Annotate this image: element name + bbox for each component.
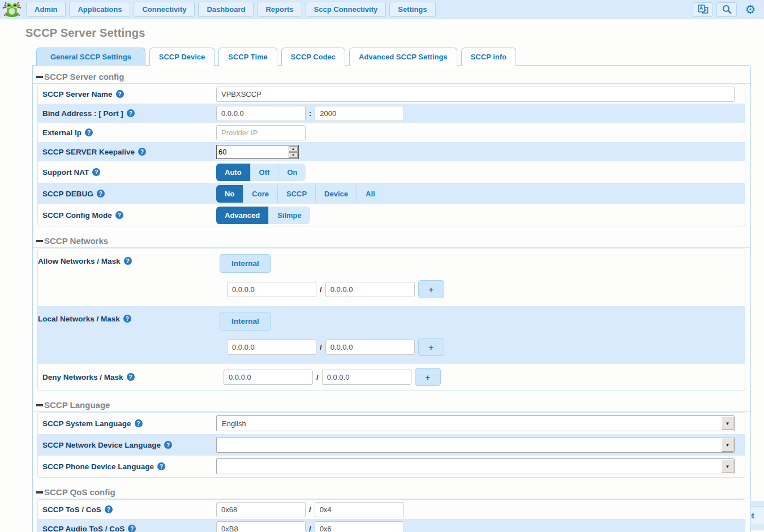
tab-sccp-device[interactable]: SCCP Device	[149, 48, 214, 66]
help-icon[interactable]: ?	[115, 211, 123, 219]
tab-general-sccp-settings[interactable]: General SCCP Settings	[36, 48, 145, 66]
slash-separator: /	[309, 505, 311, 514]
nat-off-button[interactable]: Off	[251, 164, 279, 181]
server-name-input[interactable]	[216, 87, 735, 102]
row-config-mode: SCCP Config Mode ? Advanced Silmpe	[38, 204, 745, 226]
section-header-language[interactable]: SCCP Language	[33, 394, 750, 412]
spinner-down-icon[interactable]: ▼	[289, 152, 298, 158]
nav-item-admin[interactable]: Admin	[26, 2, 66, 17]
row-keepalive: SCCP SERVER Keepalive ? ▲ ▼	[38, 142, 745, 161]
help-icon[interactable]: ?	[135, 419, 143, 427]
support-nat-group: Auto Off On	[216, 164, 306, 181]
collapse-minus-icon	[36, 240, 43, 242]
spinner-up-icon[interactable]: ▲	[289, 146, 298, 152]
collapse-minus-icon	[36, 404, 43, 406]
sccp-debug-group: No Core SCCP Device All	[216, 185, 384, 203]
tos-input[interactable]	[216, 502, 306, 517]
debug-core-button[interactable]: Core	[243, 185, 278, 203]
keepalive-input[interactable]	[217, 145, 287, 158]
bind-address-label: Bind Address : [ Port ]	[42, 109, 123, 118]
search-button[interactable]	[716, 2, 737, 17]
language-rows: SCCP System Language ? English ▼ SCCP Ne…	[37, 412, 745, 478]
nav-item-settings[interactable]: Settings	[389, 2, 435, 17]
bind-ip-input[interactable]	[216, 106, 306, 121]
mode-advanced-button[interactable]: Advanced	[216, 207, 269, 224]
help-icon[interactable]: ?	[124, 257, 132, 265]
allow-add-button[interactable]: +	[418, 280, 444, 298]
deny-networks-label: Deny Networks / Mask	[42, 373, 123, 381]
help-icon[interactable]: ?	[92, 168, 100, 176]
language-button[interactable]	[693, 2, 713, 17]
network-device-language-select[interactable]: ▼	[216, 437, 735, 453]
section-header-server-config[interactable]: SCCP Server config	[33, 66, 750, 84]
debug-device-button[interactable]: Device	[316, 185, 357, 203]
help-icon[interactable]: ?	[97, 190, 105, 198]
frog-logo[interactable]	[1, 1, 23, 18]
cos-input[interactable]	[315, 502, 404, 517]
allow-mask-input[interactable]	[325, 282, 415, 297]
help-icon[interactable]: ?	[85, 128, 93, 136]
local-mask-input[interactable]	[325, 340, 415, 355]
row-server-name: SCCP Server Name ?	[38, 84, 745, 104]
local-internal-button[interactable]: Internal	[220, 312, 271, 331]
tab-sccp-info[interactable]: SCCP info	[461, 48, 516, 66]
audio-cos-input[interactable]	[315, 521, 404, 532]
nav-item-reports[interactable]: Reports	[257, 2, 302, 17]
system-language-label: SCCP System Language	[42, 419, 131, 428]
sccp-tos-label: SCCP ToS / CoS	[42, 505, 101, 514]
gear-button[interactable]: ⚙	[740, 2, 761, 17]
help-icon[interactable]: ?	[123, 315, 131, 323]
help-icon[interactable]: ?	[116, 90, 124, 98]
tab-sccp-codec[interactable]: SCCP Codec	[281, 48, 345, 66]
section-title: SCCP Networks	[44, 236, 108, 246]
nav-item-connectivity[interactable]: Connectivity	[134, 2, 195, 17]
mode-simple-button[interactable]: Silmpe	[269, 207, 310, 224]
deny-network-input[interactable]	[224, 370, 313, 385]
deny-mask-input[interactable]	[322, 370, 411, 385]
slash-separator: /	[320, 343, 322, 351]
section-title: SCCP Server config	[44, 72, 124, 81]
qos-rows: SCCP ToS / CoS ? / SCCP Audio ToS / CoS …	[37, 499, 745, 532]
tab-sccp-time[interactable]: SCCP Time	[218, 48, 277, 66]
tab-content: SCCP Server config SCCP Server Name ? Bi…	[32, 65, 751, 532]
slash-separator: /	[320, 285, 322, 294]
nat-auto-button[interactable]: Auto	[216, 164, 251, 181]
nav-item-dashboard[interactable]: Dashboard	[198, 2, 254, 17]
allow-networks-label: Allow Networks / Mask	[38, 257, 121, 265]
nav-item-sccp-connectivity[interactable]: Sccp Connectivity	[306, 2, 387, 17]
debug-sccp-button[interactable]: SCCP	[278, 185, 316, 203]
system-language-select[interactable]: English ▼	[216, 415, 735, 431]
nav-item-applications[interactable]: Applications	[69, 2, 130, 17]
help-icon[interactable]: ?	[127, 109, 135, 117]
bind-port-input[interactable]	[315, 106, 404, 121]
search-icon	[722, 5, 732, 14]
debug-no-button[interactable]: No	[216, 185, 243, 203]
network-device-language-value	[217, 437, 721, 452]
allow-network-input[interactable]	[227, 282, 316, 297]
section-header-qos[interactable]: SCCP QoS config	[33, 481, 750, 499]
local-network-input[interactable]	[227, 340, 316, 355]
audio-tos-input[interactable]	[216, 521, 306, 532]
slash-separator: /	[316, 373, 319, 381]
keepalive-label: SCCP SERVER Keepalive	[42, 148, 135, 156]
row-allow-networks: Allow Networks / Mask ? Internal / +	[38, 248, 745, 306]
external-ip-input[interactable]	[216, 125, 306, 140]
phone-device-language-select[interactable]: ▼	[216, 458, 735, 474]
gear-icon: ⚙	[745, 3, 756, 15]
row-phone-device-language: SCCP Phone Device Language ? ▼	[38, 456, 745, 477]
debug-all-button[interactable]: All	[357, 185, 384, 203]
nat-on-button[interactable]: On	[278, 164, 306, 181]
help-icon[interactable]: ?	[164, 441, 172, 449]
allow-internal-button[interactable]: Internal	[220, 254, 271, 273]
help-icon[interactable]: ?	[157, 462, 165, 470]
local-add-button[interactable]: +	[418, 338, 444, 356]
help-icon[interactable]: ?	[127, 373, 135, 381]
help-icon[interactable]: ?	[105, 505, 113, 513]
help-icon[interactable]: ?	[138, 148, 146, 156]
help-icon[interactable]: ?	[128, 525, 136, 532]
tab-advanced-sccp-settings[interactable]: Advanced SCCP Settings	[349, 48, 457, 66]
slash-separator: /	[309, 525, 311, 532]
section-header-networks[interactable]: SCCP Networks	[33, 230, 750, 248]
audio-tos-label: SCCP Audio ToS / CoS	[42, 525, 125, 532]
deny-add-button[interactable]: +	[415, 368, 441, 386]
